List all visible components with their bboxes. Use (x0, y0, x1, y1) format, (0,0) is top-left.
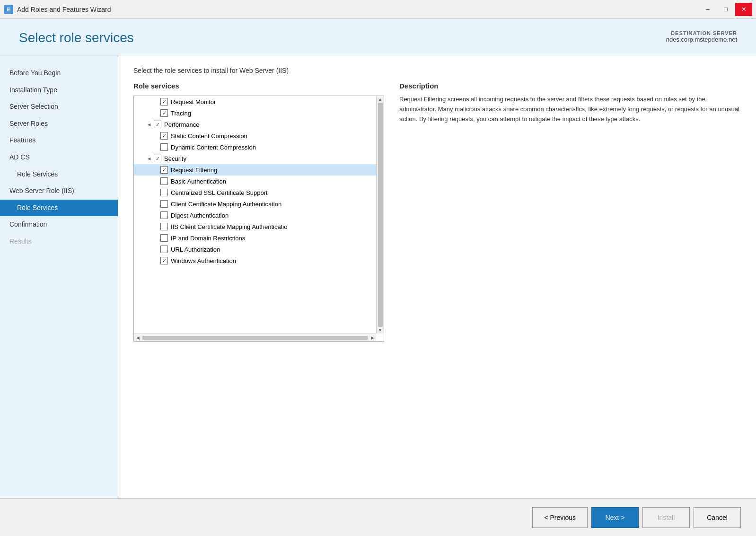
cancel-button[interactable]: Cancel (694, 507, 741, 528)
window-controls: – □ ✕ (699, 3, 752, 16)
sidebar-item-role-services[interactable]: Role Services (0, 200, 118, 217)
tree-item-security[interactable]: ◀ ✓ Security (134, 153, 384, 164)
sidebar-item-server-roles[interactable]: Server Roles (0, 115, 118, 132)
section-intro: Select the role services to install for … (133, 67, 741, 74)
content-area: Before You Begin Installation Type Serve… (0, 55, 756, 498)
label-request-filtering: Request Filtering (171, 167, 217, 174)
install-button[interactable]: Install (642, 507, 690, 528)
wizard-header: Select role services DESTINATION SERVER … (0, 19, 756, 55)
sidebar-item-server-selection[interactable]: Server Selection (0, 98, 118, 115)
wizard-window: Select role services DESTINATION SERVER … (0, 19, 756, 536)
role-services-tree-box[interactable]: ✓ Request Monitor ✓ Tracing ◀ ✓ (133, 96, 384, 342)
tree-item-ip-domain[interactable]: IP and Domain Restrictions (134, 232, 384, 244)
label-dynamic-content-compression: Dynamic Content Compression (171, 144, 256, 151)
page-title: Select role services (19, 30, 134, 45)
sidebar-item-before-you-begin[interactable]: Before You Begin (0, 65, 118, 82)
tree-item-digest-auth[interactable]: Digest Authentication (134, 210, 384, 221)
checkbox-request-filtering[interactable]: ✓ (160, 166, 168, 174)
maximize-button[interactable]: □ (717, 3, 734, 16)
next-button[interactable]: Next > (591, 507, 639, 528)
expander-performance[interactable]: ◀ (145, 123, 153, 127)
checkbox-digest-auth[interactable] (160, 211, 168, 219)
close-button[interactable]: ✕ (735, 3, 752, 16)
checkbox-client-cert-mapping[interactable] (160, 200, 168, 208)
tree-item-basic-authentication[interactable]: Basic Authentication (134, 176, 384, 187)
wizard-footer: < Previous Next > Install Cancel (0, 498, 756, 536)
vertical-scrollbar[interactable]: ▲ ▼ (376, 96, 384, 334)
label-tracing: Tracing (171, 110, 191, 117)
label-url-auth: URL Authorization (171, 246, 220, 253)
checkbox-basic-authentication[interactable] (160, 177, 168, 185)
label-digest-auth: Digest Authentication (171, 212, 229, 219)
scroll-left-arrow[interactable]: ◀ (134, 334, 141, 342)
checkbox-windows-auth[interactable]: ✓ (160, 257, 168, 264)
label-basic-authentication: Basic Authentication (171, 178, 226, 185)
checkbox-ip-domain[interactable] (160, 234, 168, 242)
main-panel: Select the role services to install for … (118, 55, 756, 498)
label-iis-client-cert: IIS Client Certificate Mapping Authentic… (171, 223, 287, 230)
checkbox-tracing[interactable]: ✓ (160, 109, 168, 117)
sidebar-item-results: Results (0, 233, 118, 250)
label-windows-auth: Windows Authentication (171, 257, 236, 264)
window-title: Add Roles and Features Wizard (17, 6, 111, 13)
label-request-monitor: Request Monitor (171, 98, 216, 105)
sidebar-item-installation-type[interactable]: Installation Type (0, 82, 118, 99)
tree-item-url-auth[interactable]: URL Authorization (134, 244, 384, 255)
label-ip-domain: IP and Domain Restrictions (171, 235, 245, 242)
label-security: Security (164, 155, 186, 162)
horizontal-scrollbar[interactable]: ◀ ▶ (134, 334, 376, 341)
scroll-down-arrow[interactable]: ▼ (378, 328, 382, 334)
scroll-right-arrow[interactable]: ▶ (369, 334, 376, 342)
tree-item-tracing[interactable]: ✓ Tracing (134, 107, 384, 119)
tree-item-client-cert-mapping[interactable]: Client Certificate Mapping Authenticatio… (134, 198, 384, 210)
expander-security[interactable]: ◀ (145, 157, 153, 161)
checkbox-dynamic-content-compression[interactable] (160, 143, 168, 151)
minimize-button[interactable]: – (699, 3, 716, 16)
tree-item-dynamic-content-compression[interactable]: Dynamic Content Compression (134, 141, 384, 153)
destination-server-label: DESTINATION SERVER (666, 30, 737, 36)
checkbox-static-content-compression[interactable]: ✓ (160, 132, 168, 140)
tree-item-request-monitor[interactable]: ✓ Request Monitor (134, 96, 384, 107)
wizard-sidebar: Before You Begin Installation Type Serve… (0, 55, 118, 498)
label-static-content-compression: Static Content Compression (171, 132, 247, 140)
label-centralized-ssl: Centralized SSL Certificate Support (171, 189, 268, 196)
sidebar-item-features[interactable]: Features (0, 132, 118, 149)
label-client-cert-mapping: Client Certificate Mapping Authenticatio… (171, 201, 281, 208)
role-services-heading: Role services (133, 82, 384, 90)
checkbox-security[interactable]: ✓ (154, 155, 161, 162)
destination-server-info: DESTINATION SERVER ndes.corp.mstepdemo.n… (666, 30, 737, 43)
panels-row: Role services ✓ Request Monitor ✓ (133, 82, 741, 342)
previous-button[interactable]: < Previous (532, 507, 588, 528)
checkbox-url-auth[interactable] (160, 246, 168, 253)
destination-server-name: ndes.corp.mstepdemo.net (666, 36, 737, 43)
tree-item-windows-auth[interactable]: ✓ Windows Authentication (134, 255, 384, 266)
title-bar: 🖥 Add Roles and Features Wizard – □ ✕ (0, 0, 756, 19)
sidebar-item-web-server-role[interactable]: Web Server Role (IIS) (0, 183, 118, 200)
description-panel: Description Request Filtering screens al… (384, 82, 741, 342)
tree-item-performance[interactable]: ◀ ✓ Performance (134, 119, 384, 130)
tree-item-static-content-compression[interactable]: ✓ Static Content Compression (134, 130, 384, 141)
label-performance: Performance (164, 121, 199, 128)
tree-item-request-filtering[interactable]: ✓ Request Filtering (134, 164, 384, 176)
description-heading: Description (399, 82, 741, 90)
checkbox-iis-client-cert[interactable] (160, 223, 168, 230)
title-bar-left: 🖥 Add Roles and Features Wizard (4, 5, 111, 14)
sidebar-item-confirmation[interactable]: Confirmation (0, 216, 118, 233)
app-icon: 🖥 (4, 5, 13, 14)
checkbox-request-monitor[interactable]: ✓ (160, 98, 168, 105)
sidebar-item-role-services-adcs[interactable]: Role Services (0, 166, 118, 183)
description-text: Request Filtering screens all incoming r… (399, 95, 741, 124)
checkbox-centralized-ssl[interactable] (160, 189, 168, 196)
tree-item-iis-client-cert[interactable]: IIS Client Certificate Mapping Authentic… (134, 221, 384, 232)
sidebar-item-ad-cs[interactable]: AD CS (0, 149, 118, 166)
scroll-up-arrow[interactable]: ▲ (378, 96, 382, 102)
role-services-section: Role services ✓ Request Monitor ✓ (133, 82, 384, 342)
tree-item-centralized-ssl[interactable]: Centralized SSL Certificate Support (134, 187, 384, 198)
checkbox-performance[interactable]: ✓ (154, 121, 161, 128)
